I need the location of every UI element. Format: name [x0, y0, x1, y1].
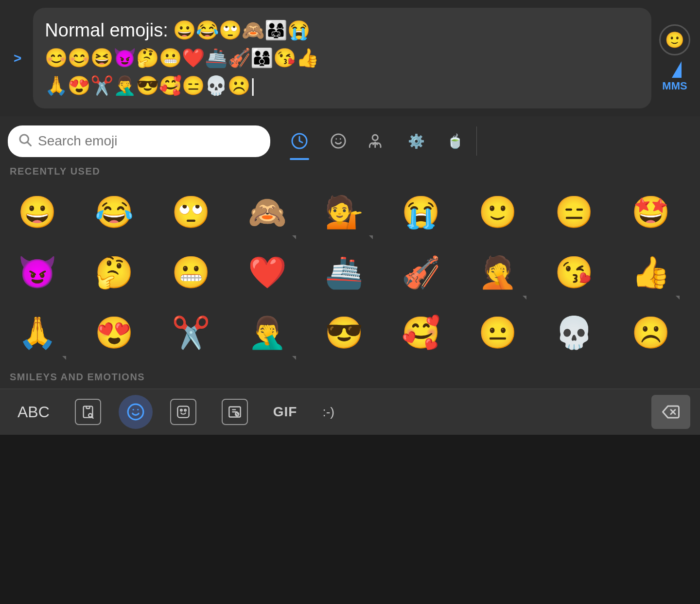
keyboard-bar: ABC [0, 389, 700, 435]
emoji-facepalm[interactable]: 🤦 [466, 243, 529, 302]
svg-point-6 [372, 135, 378, 140]
tab-activity[interactable]: ⚙️ [397, 124, 436, 158]
search-row: ⚙️ 🍵 [0, 116, 700, 158]
emoji-grimacing[interactable]: 😬 [159, 243, 223, 302]
clipboard-icon [75, 399, 101, 425]
category-tabs: ⚙️ 🍵 [276, 124, 692, 158]
delete-button[interactable] [651, 395, 690, 429]
compose-area: > Normal emojis: 😀😂🙄🙈👨‍👩‍👧😭😊😊😆😈🤔😬❤️🚢🎻👨‍👩… [0, 0, 700, 116]
svg-point-3 [332, 134, 345, 148]
emoji-slightly-smiling[interactable]: 🙂 [466, 183, 529, 241]
memo-icon [222, 399, 248, 425]
emoji-grid-recent: 😀 😂 🙄 🙈 💁 😭 🙂 😑 🤩 😈 🤔 😬 ❤️ 🚢 🎻 🤦 😘 👍 🙏 😍… [0, 181, 700, 364]
svg-point-17 [180, 409, 182, 411]
recently-used-section: RECENTLY USED 😀 😂 🙄 🙈 💁 😭 🙂 😑 🤩 😈 🤔 😬 ❤️… [0, 158, 700, 389]
emoticon-button[interactable]: :-) [315, 401, 342, 424]
svg-point-18 [184, 409, 186, 411]
sticker-button[interactable] [162, 395, 204, 429]
recently-used-label: RECENTLY USED [0, 158, 700, 181]
search-icon [18, 132, 32, 150]
emoji-see-no-evil[interactable]: 🙈 [236, 183, 299, 241]
emoji-button[interactable]: 🙂 [659, 24, 690, 55]
expand-button[interactable]: > [10, 47, 25, 70]
emoji-laughing-tears[interactable]: 😂 [83, 183, 146, 241]
emoji-sunglasses[interactable]: 😎 [313, 303, 376, 362]
tab-recent[interactable] [280, 124, 319, 158]
emoji-picker: ⚙️ 🍵 RECENTLY USED 😀 😂 🙄 🙈 💁 😭 🙂 😑 🤩 😈 🤔 [0, 116, 700, 389]
tab-food[interactable]: 🍵 [436, 124, 474, 158]
emoji-heart-eyes[interactable]: 😍 [83, 303, 146, 362]
emoji-person-gesture[interactable]: 💁 [313, 183, 376, 241]
sticker-icon [170, 399, 196, 425]
emoji-thinking[interactable]: 🤔 [83, 243, 146, 302]
message-bubble[interactable]: Normal emojis: 😀😂🙄🙈👨‍👩‍👧😭😊😊😆😈🤔😬❤️🚢🎻👨‍👩‍👦… [33, 8, 651, 108]
svg-point-13 [128, 404, 143, 420]
mms-label: MMS [662, 80, 687, 92]
emoji-keyboard-button[interactable] [119, 395, 153, 429]
search-box[interactable] [8, 125, 270, 157]
svg-rect-10 [86, 406, 89, 409]
message-text: Normal emojis: 😀😂🙄🙈👨‍👩‍👧😭😊😊😆😈🤔😬❤️🚢🎻👨‍👩‍👦… [45, 20, 319, 96]
emoji-ship[interactable]: 🚢 [313, 243, 376, 302]
clipboard-button[interactable] [67, 395, 109, 429]
gif-button[interactable]: GIF [265, 400, 305, 424]
smileys-emotions-label: SMILEYS AND EMOTIONS [0, 364, 700, 387]
tab-people[interactable] [358, 124, 397, 158]
search-input[interactable] [38, 133, 261, 149]
emoji-red-heart[interactable]: ❤️ [236, 243, 299, 302]
tab-smiley[interactable] [319, 124, 358, 158]
emoji-frowning[interactable]: ☹️ [619, 303, 682, 362]
emoji-neutral-face[interactable]: 😐 [466, 303, 529, 362]
emoji-violin[interactable]: 🎻 [389, 243, 453, 302]
emoji-starstruck[interactable]: 🤩 [619, 183, 682, 241]
emoji-smiling-horns[interactable]: 😈 [6, 243, 69, 302]
mms-button[interactable]: MMS [662, 61, 687, 92]
emoji-loudly-crying[interactable]: 😭 [389, 183, 453, 241]
memo-button[interactable] [214, 395, 256, 429]
mms-send-icon [672, 61, 682, 78]
emoji-expressionless[interactable]: 😑 [542, 183, 606, 241]
svg-rect-16 [177, 406, 189, 417]
emoji-thumbsup[interactable]: 👍 [619, 243, 682, 302]
emoji-rolling-eyes[interactable]: 🙄 [159, 183, 223, 241]
tab-divider [476, 126, 477, 156]
emoji-scissors[interactable]: ✂️ [159, 303, 223, 362]
message-actions: 🙂 MMS [659, 24, 690, 92]
keyboard-abc-button[interactable]: ABC [10, 399, 57, 425]
emoji-kiss-heart[interactable]: 😘 [542, 243, 606, 302]
emoji-smiling-hearts[interactable]: 🥰 [389, 303, 453, 362]
svg-line-1 [28, 142, 31, 145]
emoji-praying-hands[interactable]: 🙏 [6, 303, 69, 362]
emoji-man-facepalm[interactable]: 🤦‍♂️ [236, 303, 299, 362]
emoji-skull[interactable]: 💀 [542, 303, 606, 362]
emoji-grinning[interactable]: 😀 [6, 183, 69, 241]
